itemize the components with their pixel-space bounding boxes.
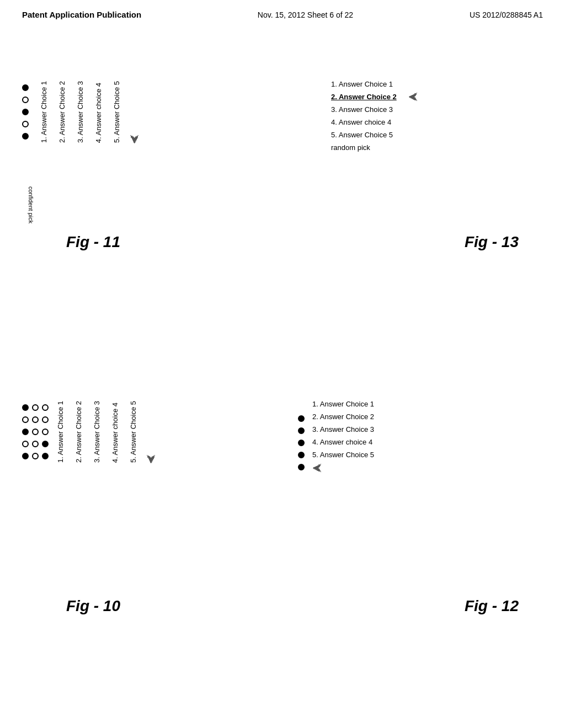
fig12-arrow: ⮜ — [312, 463, 374, 475]
radio-fig11-5[interactable] — [22, 133, 29, 140]
fig10-item2: 2. Answer Choice 2 — [73, 400, 84, 464]
radio-fig10-col2-2[interactable] — [32, 416, 39, 423]
fig11-item5: 5. Answer Choice 5 — [111, 80, 122, 144]
radio-fig12-5[interactable] — [298, 464, 305, 470]
fig11-item3: 3. Answer Choice 3 — [75, 80, 86, 144]
fig10-item3: 3. Answer Choice 3 — [92, 400, 102, 464]
radio-fig10-col2-4[interactable] — [32, 441, 39, 447]
radio-fig10-col1-4[interactable] — [22, 441, 29, 447]
radio-fig11-1[interactable] — [22, 84, 29, 91]
fig10-item5: 5. Answer Choice 5 — [128, 400, 138, 464]
page-header: Patent Application Publication Nov. 15, … — [0, 0, 565, 25]
radio-fig10-col2-3[interactable] — [32, 429, 39, 435]
radio-fig10-col1-1[interactable] — [22, 404, 29, 411]
radio-fig10-col3-1[interactable] — [42, 404, 49, 411]
fig13-label: Fig - 13 — [465, 233, 519, 251]
fig10-item4: 4. Answer choice 4 — [110, 402, 120, 464]
radio-fig10-col2-5[interactable] — [32, 453, 39, 459]
fig11-arrow: ⮜ — [130, 134, 141, 144]
fig12-item2: 2. Answer Choice 2 — [312, 413, 374, 421]
confident-pick-label: confident pick — [28, 186, 34, 223]
radio-fig12-4[interactable] — [298, 452, 305, 458]
radio-fig10-col3-2[interactable] — [42, 416, 49, 423]
radio-fig10-col3-3[interactable] — [42, 429, 49, 435]
radio-fig12-3[interactable] — [298, 440, 305, 446]
fig12-item5: 5. Answer Choice 5 — [312, 451, 374, 459]
fig11-item2: 2. Answer Choice 2 — [57, 80, 67, 144]
radio-fig10-col2-1[interactable] — [32, 404, 39, 411]
fig10-label: Fig - 10 — [66, 597, 120, 615]
fig10-item1: 1. Answer Choice 1 — [55, 400, 66, 464]
fig11-label: Fig - 11 — [66, 233, 120, 251]
fig11-section: 1. Answer Choice 1 2. Answer Choice 2 3.… — [22, 80, 265, 256]
fig13-item5: 5. Answer Choice 5 — [331, 131, 397, 139]
fig13-item4: 4. Answer choice 4 — [331, 118, 397, 126]
radio-fig10-col1-3[interactable] — [22, 429, 29, 435]
radio-fig10-col1-2[interactable] — [22, 416, 29, 423]
radio-fig10-col3-4[interactable] — [42, 441, 49, 447]
radio-fig12-1[interactable] — [298, 415, 305, 422]
fig12-item1: 1. Answer Choice 1 — [312, 400, 374, 408]
fig10-arrow: ⮜ — [146, 454, 158, 464]
fig13-item3: 3. Answer Choice 3 — [331, 105, 397, 114]
publication-date-sheet: Nov. 15, 2012 Sheet 6 of 22 — [258, 10, 353, 19]
fig12-section: 1. Answer Choice 1 2. Answer Choice 2 3.… — [298, 400, 530, 620]
fig10-section: 1. Answer Choice 1 2. Answer Choice 2 3.… — [22, 400, 276, 620]
fig13-section: 1. Answer Choice 1 2. Answer Choice 2 3.… — [298, 80, 530, 256]
radio-fig12-2[interactable] — [298, 427, 305, 434]
radio-fig10-col3-5[interactable] — [42, 453, 49, 459]
radio-fig11-2[interactable] — [22, 97, 29, 103]
fig13-arrow: ⮜ — [408, 92, 418, 104]
fig11-item4: 4. Answer choice 4 — [93, 82, 104, 144]
fig13-item1: 1. Answer Choice 1 — [331, 80, 397, 88]
radio-fig11-3[interactable] — [22, 109, 29, 115]
patent-number: US 2012/0288845 A1 — [470, 10, 543, 19]
main-content: 1. Answer Choice 1 2. Answer Choice 2 3.… — [0, 25, 565, 720]
fig11-item1: 1. Answer Choice 1 — [39, 80, 49, 144]
radio-fig10-col1-5[interactable] — [22, 453, 29, 459]
publication-title: Patent Application Publication — [22, 10, 141, 19]
fig12-item3: 3. Answer Choice 3 — [312, 425, 374, 433]
fig12-item4: 4. Answer choice 4 — [312, 438, 374, 446]
radio-fig11-4[interactable] — [22, 121, 29, 127]
fig13-item2: 2. Answer Choice 2 — [331, 93, 397, 101]
fig13-random-pick: random pick — [331, 143, 397, 152]
fig12-label: Fig - 12 — [465, 597, 519, 615]
